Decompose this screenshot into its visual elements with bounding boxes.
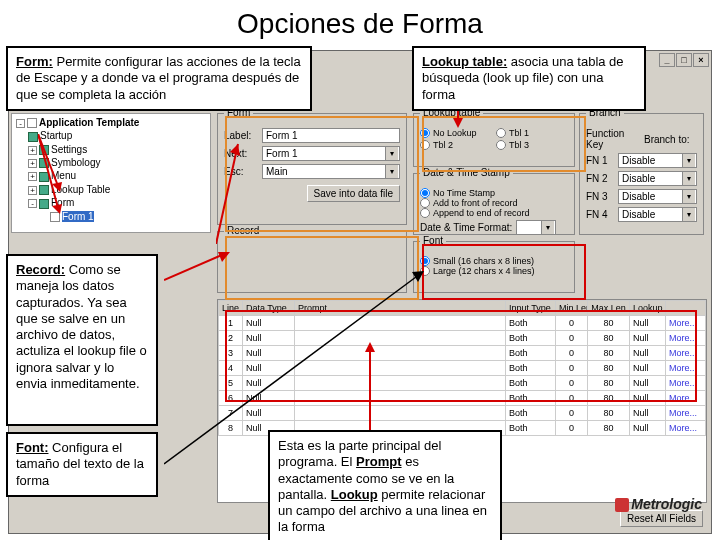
reset-fields-button[interactable]: Reset All Fields <box>620 510 703 527</box>
folder-icon <box>28 132 38 142</box>
arrow-main <box>360 340 380 432</box>
svg-marker-3 <box>453 118 463 128</box>
fn3-label: FN 3 <box>586 191 614 202</box>
fn3-combo[interactable]: Disable <box>618 189 697 204</box>
table-cell: 80 <box>588 421 630 436</box>
table-cell: Both <box>506 421 556 436</box>
fn1-combo[interactable]: Disable <box>618 153 697 168</box>
radio-append-end[interactable]: Append to end of record <box>420 208 568 218</box>
svg-line-0 <box>216 144 238 244</box>
svg-marker-13 <box>52 204 62 214</box>
svg-marker-9 <box>365 342 375 352</box>
radio-no-timestamp[interactable]: No Time Stamp <box>420 188 568 198</box>
fn2-combo[interactable]: Disable <box>618 171 697 186</box>
highlight-font <box>422 244 586 300</box>
svg-line-12 <box>38 134 58 208</box>
fn1-label: FN 1 <box>586 155 614 166</box>
window-controls: _ □ × <box>657 51 711 69</box>
logo-icon <box>615 498 629 512</box>
highlight-form <box>225 116 419 232</box>
arrow-tree2 <box>38 134 64 218</box>
datetime-groupbox: Date & Time Stamp No Time Stamp Add to f… <box>413 173 575 235</box>
highlight-lookup <box>422 116 586 172</box>
close-button[interactable]: × <box>693 53 709 67</box>
svg-marker-5 <box>218 252 230 262</box>
callout-record: Record: Como se maneja los datos captura… <box>6 254 158 426</box>
fn4-label: FN 4 <box>586 209 614 220</box>
table-cell: Null <box>630 406 666 421</box>
table-cell: 0 <box>556 406 588 421</box>
arrow-form <box>216 104 246 244</box>
dtf-combo[interactable] <box>516 220 556 235</box>
callout-font: Font: Configura el tamaño del texto de l… <box>6 432 158 497</box>
callout-form: Form: Permite configurar las acciones de… <box>6 46 312 111</box>
callout-lookup: Lookup table: asocia una tabla de búsque… <box>412 46 646 111</box>
table-cell: Null <box>630 421 666 436</box>
page-title: Opciones de Forma <box>0 0 720 46</box>
tree-root[interactable]: -Application Template <box>14 116 208 129</box>
branch-hdr-br: Branch to: <box>644 134 690 145</box>
minimize-button[interactable]: _ <box>659 53 675 67</box>
fn4-combo[interactable]: Disable <box>618 207 697 222</box>
callout-main: Esta es la parte principal del programa.… <box>268 430 502 540</box>
branch-hdr-key: Function Key <box>586 128 636 150</box>
table-cell: 80 <box>588 406 630 421</box>
fn2-label: FN 2 <box>586 173 614 184</box>
branch-groupbox: Branch Function KeyBranch to: FN 1Disabl… <box>579 113 704 235</box>
table-cell: More... <box>666 421 706 436</box>
metrologic-logo: Metrologic <box>615 496 702 512</box>
svg-marker-7 <box>412 271 424 282</box>
radio-add-front[interactable]: Add to front of record <box>420 198 568 208</box>
table-cell: More... <box>666 406 706 421</box>
table-cell: 0 <box>556 421 588 436</box>
dtf-label: Date & Time Format: <box>420 222 512 233</box>
template-icon <box>27 118 37 128</box>
maximize-button[interactable]: □ <box>676 53 692 67</box>
table-cell: Both <box>506 406 556 421</box>
